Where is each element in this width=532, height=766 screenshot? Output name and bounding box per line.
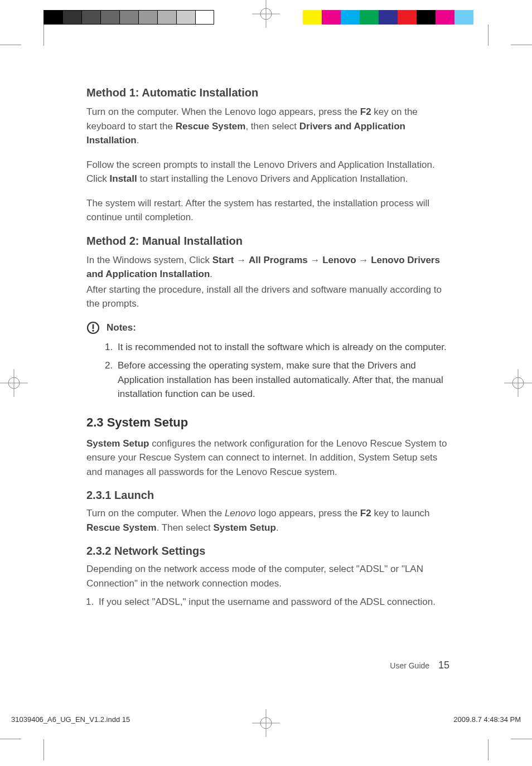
- method1-heading: Method 1: Automatic Installation: [86, 86, 449, 99]
- section-2-3-2-para: Depending on the network access mode of …: [86, 562, 449, 590]
- crop-mark: [488, 25, 489, 46]
- section-2-3-2-heading: 2.3.2 Network Settings: [86, 545, 449, 557]
- notes-list: It is recommended not to install the sof…: [104, 340, 449, 401]
- crop-mark: [0, 45, 21, 45]
- crop-mark: [511, 45, 532, 45]
- method2-para1: In the Windows system, Click Start → All…: [86, 253, 449, 282]
- method1-para3: The system will restart. After the syste…: [86, 196, 449, 225]
- method1-para2: Follow the screen prompts to install the…: [86, 158, 449, 186]
- svg-rect-13: [93, 324, 94, 329]
- crop-mark: [43, 739, 44, 760]
- section-2-3-2-item-1: If you select "ADSL," input the username…: [96, 595, 449, 609]
- registration-mark-top-icon: [252, 0, 280, 28]
- notes-item-1: It is recommended not to install the sof…: [115, 340, 449, 355]
- page-body: Method 1: Automatic Installation Turn on…: [86, 86, 449, 609]
- section-2-3-para: System Setup configures the network conf…: [86, 437, 449, 479]
- section-2-3-1-para: Turn on the computer. When the Lenovo lo…: [86, 506, 449, 535]
- registration-mark-left-icon: [0, 369, 28, 397]
- section-2-3-1-heading: 2.3.1 Launch: [86, 489, 449, 502]
- page-footer: User Guide 15: [390, 660, 449, 671]
- notes-header: Notes:: [86, 321, 449, 334]
- crop-mark: [511, 739, 532, 739]
- notes-label: Notes:: [107, 322, 136, 333]
- footer-label: User Guide: [390, 661, 429, 670]
- section-2-3-2-list: If you select "ADSL," input the username…: [86, 595, 449, 609]
- registration-mark-right-icon: [504, 369, 532, 397]
- method2-heading: Method 2: Manual Installation: [86, 235, 449, 248]
- crop-mark: [43, 25, 44, 46]
- section-2-3-heading: 2.3 System Setup: [86, 415, 449, 430]
- print-slug: 31039406_A6_UG_EN_V1.2.indd 15 2009.8.7 …: [11, 715, 521, 724]
- notes-item-2: Before accessing the operating system, m…: [115, 358, 449, 401]
- method2-para2: After starting the procedure, install al…: [86, 283, 449, 311]
- crop-mark: [0, 739, 21, 739]
- slug-filename: 31039406_A6_UG_EN_V1.2.indd 15: [11, 715, 130, 724]
- crop-mark: [488, 739, 489, 760]
- method1-para1: Turn on the computer. When the Lenovo lo…: [86, 105, 449, 148]
- page-number: 15: [438, 660, 449, 671]
- svg-point-14: [92, 329, 94, 331]
- slug-timestamp: 2009.8.7 4:48:34 PM: [453, 715, 521, 724]
- warning-icon: [86, 321, 100, 334]
